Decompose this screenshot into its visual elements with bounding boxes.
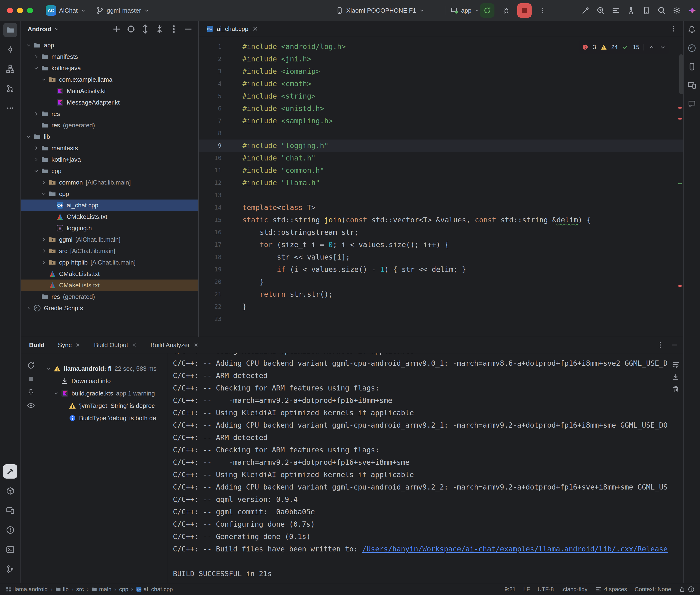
line-number[interactable]: 11 [199,164,222,177]
project-tree-item[interactable]: src[AiChat.lib.main] [21,245,198,257]
code-line[interactable]: 20 } [199,276,683,288]
project-tree-item[interactable]: common[AiChat.lib.main] [21,177,198,188]
project-tree-item[interactable]: manifests [21,51,198,62]
caret-position[interactable]: 9:21 [504,586,516,593]
breadcrumb-item[interactable]: llama.android [6,586,48,593]
project-view-mode[interactable]: Android [28,26,52,33]
next-problem-icon[interactable] [659,44,666,51]
file-encoding[interactable]: UTF-8 [537,586,554,593]
chevron-down-icon[interactable] [25,41,32,49]
chevron-right-icon[interactable] [32,156,40,163]
toolwindow-button-build[interactable] [3,464,18,479]
ai-code-assist-icon[interactable] [581,6,590,15]
editor-options-icon[interactable] [670,25,677,33]
line-number[interactable]: 17 [199,238,222,251]
code-line[interactable]: 9#include "logging.h" [199,140,683,152]
vcs-branch-selector[interactable]: ggml-master [96,0,149,21]
project-selector[interactable]: AC AiChat [46,0,86,21]
gemini-icon[interactable] [688,6,696,15]
project-tree-item[interactable]: ggml[AiChat.lib.main] [21,234,198,245]
line-number[interactable]: 9 [199,140,222,152]
project-tree-item[interactable]: Gradle Scripts [21,302,198,314]
toolwindow-button-device-explorer[interactable] [685,60,699,73]
code-line[interactable]: 22} [199,301,683,313]
chevron-down-icon[interactable] [32,167,40,175]
add-icon[interactable] [111,23,123,35]
code-area[interactable]: 1#include <android/log.h>2#include <jni.… [199,37,683,337]
expand-all-icon[interactable] [139,23,151,35]
build-tab-sync[interactable]: Sync [58,341,81,349]
line-number[interactable]: 16 [199,226,222,238]
error-stripe-mark[interactable] [678,118,682,119]
line-number[interactable]: 1 [199,40,222,53]
toolwindow-button-running-devices[interactable] [685,79,699,92]
project-tree-item[interactable]: res [21,108,198,119]
project-tree-item[interactable]: cpp [21,165,198,177]
line-number[interactable]: 15 [199,214,222,226]
build-tab-build-analyzer[interactable]: Build Analyzer [150,341,199,349]
chevron-right-icon[interactable] [40,247,48,255]
line-separator[interactable]: LF [523,586,530,593]
line-number[interactable]: 12 [199,177,222,189]
project-tree-item[interactable]: app [21,39,198,51]
line-number[interactable]: 4 [199,78,222,90]
close-tab-icon[interactable] [132,342,137,348]
breadcrumb-item[interactable]: src [76,586,84,593]
project-tree-item[interactable]: manifests [21,142,198,154]
project-tree-item[interactable]: cpp-httplib[AiChat.lib.main] [21,257,198,268]
toolwindow-button-terminal[interactable] [3,542,18,557]
chevron-down-icon[interactable] [40,76,48,83]
line-number[interactable]: 3 [199,65,222,78]
line-number[interactable]: 14 [199,201,222,214]
toolwindow-button-structure[interactable] [3,62,18,76]
chevron-down-icon[interactable] [40,190,48,198]
stop-app-button[interactable] [517,3,532,18]
console-link[interactable]: /Users/hanyin/Workspace/ai-chat/examples… [362,545,668,553]
toolwindow-button-more-tool-windows[interactable] [3,101,18,115]
toolwindow-button-assistant[interactable] [685,97,699,111]
chevron-right-icon[interactable] [40,259,48,266]
chevron-right-icon[interactable] [25,304,32,312]
project-tree-item[interactable]: kotlin+java [21,154,198,165]
code-line[interactable]: 2#include <jni.h> [199,53,683,65]
rerun-app-button[interactable] [480,3,495,18]
toolwindow-button-device-manager[interactable] [3,503,18,518]
project-tree-item[interactable]: res(generated) [21,119,198,131]
close-window-button[interactable] [7,8,13,13]
toolwindow-button-pull-requests[interactable] [3,81,18,96]
minimize-window-button[interactable] [17,8,23,13]
project-tree-item[interactable]: lib [21,131,198,142]
code-line[interactable]: 14template<class T> [199,201,683,214]
project-tree-item[interactable]: Hlogging.h [21,222,198,234]
line-number[interactable]: 6 [199,103,222,115]
rerun-sync-icon[interactable] [27,362,35,370]
code-analyzer[interactable]: .clang-tidy [561,586,587,593]
device-mirroring-icon[interactable] [642,6,651,15]
code-line[interactable]: 11#include "common.h" [199,164,683,177]
error-stripe-mark[interactable] [678,183,682,184]
settings-icon[interactable] [673,6,681,15]
build-options-icon[interactable] [656,341,664,349]
code-line[interactable]: 13 [199,189,683,201]
code-line[interactable]: 19 if (i < values.size() - 1) { str << d… [199,263,683,276]
hide-build-panel-icon[interactable] [671,341,678,349]
line-number[interactable]: 5 [199,90,222,103]
line-number[interactable]: 21 [199,288,222,301]
line-number[interactable]: 22 [199,301,222,313]
error-stripe-mark[interactable] [678,285,682,287]
chevron-right-icon[interactable] [40,178,48,186]
options-icon[interactable] [168,23,180,35]
line-number[interactable]: 19 [199,263,222,276]
chevron-down-icon[interactable] [54,26,60,32]
project-tree-item[interactable]: CMakeLists.txt [21,268,198,280]
breadcrumb-item[interactable]: main [91,586,111,593]
chevron-right-icon[interactable] [40,236,48,243]
code-line[interactable]: 4#include <cmath> [199,78,683,90]
todo-icon[interactable] [612,6,620,15]
error-stripe-mark[interactable] [678,107,682,109]
toolwindow-button-gradle[interactable] [685,41,699,55]
run-configuration-selector[interactable]: app [451,0,480,21]
code-line[interactable]: 10#include "chat.h" [199,152,683,164]
code-line[interactable]: 16 std::ostringstream str; [199,226,683,238]
project-tree-item[interactable]: res(generated) [21,291,198,302]
